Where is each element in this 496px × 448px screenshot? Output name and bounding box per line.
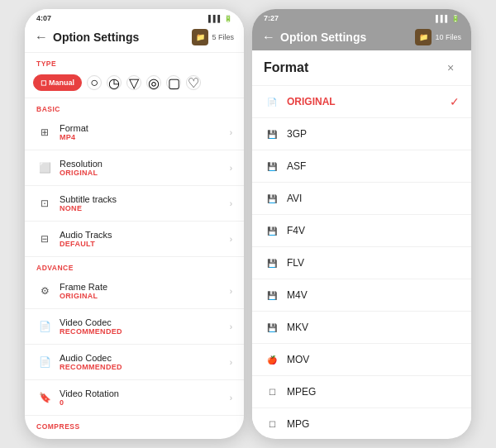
frame-rate-chevron: ›	[230, 287, 232, 296]
format-icon-avi: 💾	[264, 192, 280, 205]
format-item-avi[interactable]: 💾 AVI	[252, 184, 471, 212]
video-codec-title: Video Codec	[60, 317, 122, 327]
format-name-original: ORIGINAL	[287, 96, 336, 107]
format-name-asf: ASF	[287, 160, 306, 172]
close-format-button[interactable]: ×	[441, 59, 460, 77]
format-name-mpg: MPG	[287, 418, 309, 430]
manual-icon: ◻	[41, 79, 46, 87]
format-item-mov[interactable]: 🍎 MOV	[252, 346, 471, 374]
format-icon-mkv: 💾	[264, 321, 280, 334]
divider	[25, 52, 244, 53]
format-icon-m4v: 💾	[264, 288, 280, 302]
type-btn-circle-2[interactable]: ◷	[107, 75, 122, 90]
format-icon-mpg: ☐	[264, 417, 280, 431]
video-codec-chevron: ›	[230, 322, 232, 331]
audio-tracks-icon: ⊟	[36, 231, 53, 247]
setting-video-codec[interactable]: 📄 Video Codec RECOMMENDED ›	[25, 311, 244, 342]
folder-icon-right: 📁	[415, 29, 432, 45]
setting-resolution[interactable]: ⬜ Resolution ORIGINAL ›	[25, 152, 244, 183]
audio-codec-icon: 📄	[36, 354, 53, 370]
audio-codec-chevron: ›	[230, 358, 232, 367]
type-buttons-row: ◻ Manual ○ ◷ ▽ ◎ ▢ ♡	[25, 71, 244, 96]
format-name-mkv: MKV	[287, 322, 308, 333]
resolution-title: Resolution	[60, 159, 103, 169]
time-right: 7:27	[264, 14, 279, 22]
setting-audio-tracks[interactable]: ⊟ Audio Tracks DEFAULT ›	[25, 223, 244, 255]
page-title-left: Option Settings	[53, 31, 139, 44]
format-item-mpeg[interactable]: ☐ MPEG	[252, 378, 471, 406]
folder-icon-left: 📁	[192, 29, 208, 45]
header-right: ← Option Settings 📁 10 Files	[252, 24, 471, 50]
format-icon-flv: 💾	[264, 256, 280, 269]
format-icon-mpeg: ☐	[264, 385, 280, 398]
video-codec-value: RECOMMENDED	[60, 327, 122, 336]
setting-audio-codec[interactable]: 📄 Audio Codec RECOMMENDED ›	[25, 346, 244, 378]
setting-frame-rate[interactable]: ⚙ Frame Rate ORIGINAL ›	[25, 275, 244, 307]
manual-label: Manual	[49, 79, 74, 87]
format-name-3gp: 3GP	[287, 128, 307, 140]
format-item-m4v[interactable]: 💾 M4V	[252, 281, 471, 309]
basic-section-label: BASIC	[25, 100, 244, 117]
type-btn-circle-4[interactable]: ◎	[146, 75, 161, 90]
status-icons-left: ▌▌▌ 🔋	[208, 15, 232, 22]
video-rotation-icon: 🔖	[36, 389, 53, 406]
type-section-label: TYPE	[25, 55, 244, 71]
compress-toggle-row	[25, 434, 244, 439]
type-btn-circle-5[interactable]: ▢	[166, 75, 181, 90]
format-item-original[interactable]: 📄 ORIGINAL ✓	[252, 88, 471, 116]
format-title: Format	[60, 123, 88, 133]
setting-format[interactable]: ⊞ Format MP4 ›	[25, 117, 244, 148]
audio-codec-value: RECOMMENDED	[60, 363, 122, 371]
format-dialog-header: Format ×	[252, 50, 471, 83]
page-title-right: Option Settings	[280, 31, 366, 44]
audio-tracks-title: Audio Tracks	[60, 230, 112, 240]
subtitle-title: Subtitle tracks	[60, 194, 117, 204]
format-value: MP4	[60, 133, 88, 141]
format-item-mpg[interactable]: ☐ MPG	[252, 410, 471, 437]
frame-rate-title: Frame Rate	[60, 282, 107, 292]
format-name-avi: AVI	[287, 193, 302, 204]
back-button-left[interactable]: ←	[35, 30, 48, 45]
file-badge-right: 📁 10 Files	[415, 29, 461, 45]
advance-section-label: ADVANCE	[25, 259, 244, 275]
format-item-mkv[interactable]: 💾 MKV	[252, 313, 471, 341]
status-bar-left: 4:07 ▌▌▌ 🔋	[25, 9, 244, 24]
compress-section-label: COMPRESS	[25, 417, 244, 434]
format-chevron: ›	[230, 128, 232, 137]
format-icon-asf: 💾	[264, 160, 280, 173]
format-icon-f4v: 💾	[264, 224, 280, 237]
format-name-m4v: M4V	[287, 289, 308, 301]
back-button-right[interactable]: ←	[262, 30, 275, 45]
format-dialog: Format × 📄 ORIGINAL ✓ 💾 3GP	[252, 50, 471, 437]
subtitle-chevron: ›	[230, 199, 232, 208]
audio-codec-title: Audio Codec	[60, 353, 122, 363]
type-btn-circle-3[interactable]: ▽	[126, 75, 141, 90]
format-icon-original: 📄	[264, 95, 280, 108]
format-check-original: ✓	[450, 95, 460, 108]
audio-tracks-value: DEFAULT	[60, 240, 112, 248]
setting-subtitle[interactable]: ⊡ Subtitle tracks NONE ›	[25, 188, 244, 219]
format-name-f4v: F4V	[287, 225, 305, 236]
format-item-flv[interactable]: 💾 FLV	[252, 249, 471, 277]
format-list: 📄 ORIGINAL ✓ 💾 3GP 💾 ASF	[252, 88, 471, 437]
left-phone: 4:07 ▌▌▌ 🔋 ← Option Settings 📁 5 Files T…	[25, 9, 244, 439]
setting-video-rotation[interactable]: 🔖 Video Rotation 0 ›	[25, 382, 244, 413]
format-icon-mov: 🍎	[264, 353, 280, 366]
subtitle-icon: ⊡	[36, 195, 53, 212]
format-icon-3gp: 💾	[264, 127, 280, 141]
audio-tracks-chevron: ›	[230, 235, 232, 244]
type-btn-circle-6[interactable]: ♡	[186, 75, 201, 90]
right-phone: 7:27 ▌▌▌ 🔋 ← Option Settings 📁 10 Files …	[252, 9, 471, 439]
video-codec-icon: 📄	[36, 318, 53, 335]
type-btn-circle-1[interactable]: ○	[87, 75, 102, 90]
time-left: 4:07	[36, 14, 51, 22]
resolution-icon: ⬜	[36, 160, 53, 176]
format-item-asf[interactable]: 💾 ASF	[252, 152, 471, 180]
format-item-3gp[interactable]: 💾 3GP	[252, 120, 471, 148]
divider-2	[25, 98, 244, 98]
type-btn-manual[interactable]: ◻ Manual	[33, 74, 82, 91]
format-item-f4v[interactable]: 💾 F4V	[252, 217, 471, 245]
frame-rate-icon: ⚙	[36, 283, 53, 299]
status-bar-right: 7:27 ▌▌▌ 🔋	[252, 9, 471, 24]
header-left: ← Option Settings 📁 5 Files	[25, 24, 244, 50]
